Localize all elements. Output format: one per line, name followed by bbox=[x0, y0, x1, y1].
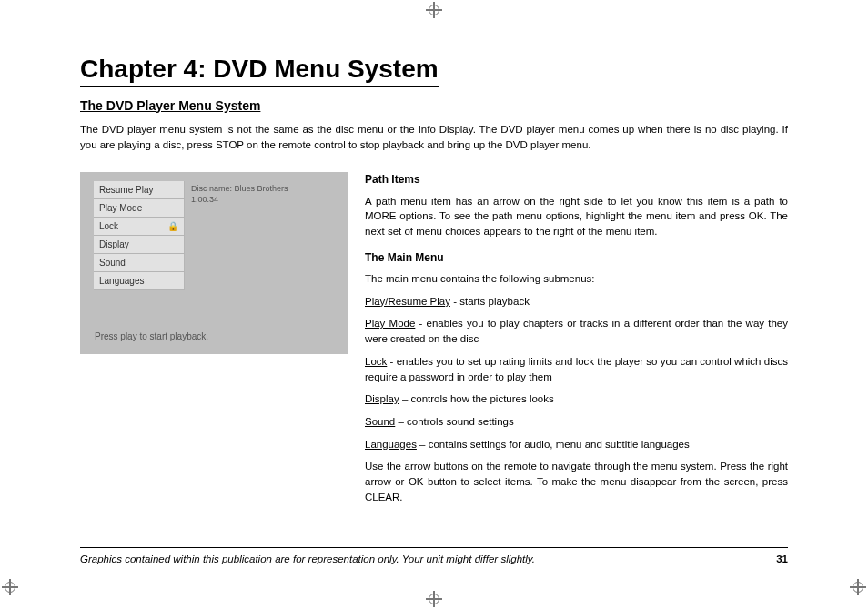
page-footer: Graphics contained within this publicati… bbox=[80, 547, 788, 564]
menu-item-play-mode: Play Mode bbox=[94, 199, 185, 218]
submenu-lock: Lock - enables you to set up rating limi… bbox=[365, 354, 788, 384]
menu-screenshot: Resume Play Play Mode Lock 🔒 Display Sou… bbox=[80, 172, 348, 354]
section-title: The DVD Player Menu System bbox=[80, 98, 788, 113]
submenu-desc: – controls how the pictures looks bbox=[399, 393, 554, 404]
menu-item-label: Lock bbox=[99, 218, 118, 235]
navigation-note: Use the arrow buttons on the remote to n… bbox=[365, 459, 788, 504]
submenu-languages: Languages – contains settings for audio,… bbox=[365, 437, 788, 452]
chapter-title: Chapter 4: DVD Menu System bbox=[80, 55, 439, 87]
submenu-label: Play/Resume Play bbox=[365, 296, 450, 307]
menu-item-label: Play Mode bbox=[99, 199, 142, 217]
disc-time: 1:00:34 bbox=[191, 194, 288, 205]
intro-paragraph: The DVD player menu system is not the sa… bbox=[80, 122, 788, 152]
main-menu-heading: The Main Menu bbox=[365, 250, 788, 266]
submenu-play-mode: Play Mode - enables you to play chapters… bbox=[365, 316, 788, 346]
figure-caption: Press play to start playback. bbox=[95, 331, 208, 341]
submenu-play: Play/Resume Play - starts playback bbox=[365, 294, 788, 310]
menu-item-label: Sound bbox=[99, 254, 126, 271]
menu-item-label: Display bbox=[99, 236, 129, 253]
page-number: 31 bbox=[776, 553, 788, 564]
submenu-label: Play Mode bbox=[365, 318, 415, 329]
page-content: Chapter 4: DVD Menu System The DVD Playe… bbox=[80, 55, 788, 512]
submenu-label: Display bbox=[365, 393, 399, 404]
menu-item-sound: Sound bbox=[94, 254, 185, 272]
submenu-label: Languages bbox=[365, 439, 417, 450]
submenu-sound: Sound – controls sound settings bbox=[365, 414, 788, 430]
crop-mark-right bbox=[850, 579, 866, 595]
menu-list: Resume Play Play Mode Lock 🔒 Display Sou… bbox=[94, 181, 185, 290]
path-items-body: A path menu item has an arrow on the rig… bbox=[365, 194, 788, 239]
menu-item-languages: Languages bbox=[94, 272, 185, 290]
menu-item-display: Display bbox=[94, 236, 185, 254]
footer-note: Graphics contained within this publicati… bbox=[80, 553, 535, 564]
path-items-heading: Path Items bbox=[365, 172, 788, 188]
lock-icon: 🔒 bbox=[167, 218, 178, 235]
menu-item-resume-play: Resume Play bbox=[94, 181, 185, 199]
submenu-desc: - enables you to play chapters or tracks… bbox=[365, 318, 788, 344]
main-menu-body: The main menu contains the following sub… bbox=[365, 271, 788, 287]
submenu-display: Display – controls how the pictures look… bbox=[365, 391, 788, 407]
submenu-label: Lock bbox=[365, 356, 387, 367]
menu-item-label: Languages bbox=[99, 272, 145, 289]
submenu-desc: – controls sound settings bbox=[395, 416, 513, 427]
right-column: Path Items A path menu item has an arrow… bbox=[365, 172, 788, 512]
submenu-desc: – contains settings for audio, menu and … bbox=[417, 439, 690, 450]
submenu-desc: - starts playback bbox=[450, 296, 530, 307]
submenu-label: Sound bbox=[365, 416, 395, 427]
menu-item-lock: Lock 🔒 bbox=[94, 218, 185, 236]
crop-mark-left bbox=[2, 579, 18, 595]
menu-item-label: Resume Play bbox=[99, 181, 153, 198]
crop-mark-top bbox=[426, 2, 442, 18]
crop-mark-bottom bbox=[426, 591, 442, 607]
disc-name: Disc name: Blues Brothers bbox=[191, 183, 288, 194]
submenu-desc: - enables you to set up rating limits an… bbox=[365, 356, 788, 382]
disc-info: Disc name: Blues Brothers 1:00:34 bbox=[191, 183, 288, 205]
